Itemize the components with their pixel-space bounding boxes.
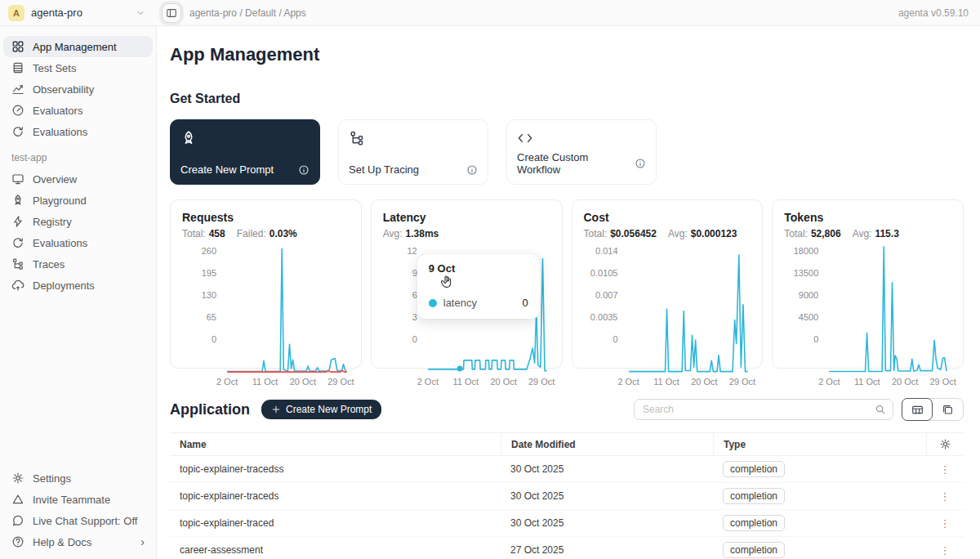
gauge-icon bbox=[11, 104, 24, 117]
sidebar-item-evaluations[interactable]: Evaluations bbox=[3, 121, 153, 142]
gear-icon bbox=[11, 472, 24, 485]
search-input[interactable] bbox=[643, 404, 875, 415]
metric-title: Tokens bbox=[784, 211, 951, 224]
workspace-selector[interactable]: A agenta-pro bbox=[0, 5, 157, 21]
info-icon[interactable] bbox=[298, 164, 310, 176]
panel-left-icon bbox=[166, 7, 177, 19]
sidebar-item-label: Deployments bbox=[33, 280, 95, 292]
type-badge: completion bbox=[723, 461, 785, 477]
app-name: topic-explainer-traceds bbox=[170, 490, 501, 502]
metric-title: Latency bbox=[383, 211, 550, 224]
sidebar-section-label: test-app bbox=[3, 152, 153, 163]
plus-icon bbox=[271, 405, 281, 414]
tooltip-value: 0 bbox=[523, 297, 528, 309]
get-started-heading: Get Started bbox=[170, 92, 964, 106]
sidebar-item-playground[interactable]: Playground bbox=[3, 190, 153, 211]
gear-icon[interactable] bbox=[939, 438, 951, 450]
table-header: Name Date Modified Type bbox=[170, 433, 964, 456]
cloud-icon bbox=[11, 279, 24, 292]
chart-tooltip: 9 Oct latency 0 bbox=[417, 254, 540, 319]
rocket-icon bbox=[11, 194, 24, 207]
sidebar-item-help-docs[interactable]: Help & Docs › bbox=[3, 531, 153, 552]
sidebar-item-evaluations-app[interactable]: Evaluations bbox=[3, 232, 153, 253]
cost-card: Cost Total:$0.056452 Avg:$0.000123 0.014… bbox=[572, 199, 764, 369]
view-toggle bbox=[902, 398, 964, 421]
sidebar-item-overview[interactable]: Overview bbox=[3, 168, 153, 190]
sidebar-item-label: Invite Teammate bbox=[33, 494, 110, 506]
tree-icon bbox=[11, 257, 24, 271]
row-menu-button[interactable]: ⋮ bbox=[940, 518, 951, 529]
sidebar-item-label: Evaluations bbox=[33, 126, 87, 138]
info-icon[interactable] bbox=[466, 164, 478, 176]
create-new-prompt-button[interactable]: Create New Prompt bbox=[261, 400, 381, 419]
sidebar-item-deployments[interactable]: Deployments bbox=[3, 275, 153, 296]
topbar: A agenta-pro agenta-pro / Default / Apps… bbox=[0, 0, 980, 26]
row-menu-button[interactable]: ⋮ bbox=[940, 464, 951, 475]
row-menu-button[interactable]: ⋮ bbox=[940, 491, 951, 502]
table-icon bbox=[11, 61, 24, 74]
metric-cards: Requests Total:458 Failed:0.03% 26019513… bbox=[170, 199, 964, 369]
card-view-icon bbox=[942, 404, 954, 416]
table-row[interactable]: topic-explainer-tracedss 30 Oct 2025 com… bbox=[170, 456, 964, 483]
tooltip-date: 9 Oct bbox=[429, 262, 528, 275]
set-up-tracing-card[interactable]: Set Up Tracing bbox=[338, 119, 488, 185]
sidebar-item-evaluators[interactable]: Evaluators bbox=[3, 100, 153, 121]
rocket-icon bbox=[180, 130, 197, 146]
sidebar-item-app-management[interactable]: App Management bbox=[3, 36, 153, 57]
series-dot-icon bbox=[429, 299, 437, 307]
type-badge: completion bbox=[723, 515, 785, 531]
row-menu-button[interactable]: ⋮ bbox=[940, 545, 951, 556]
requests-chart[interactable]: 2601951306502 Oct11 Oct20 Oct29 Oct bbox=[182, 246, 350, 357]
app-name: topic-explainer-tracedss bbox=[170, 463, 501, 475]
app-date: 30 Oct 2025 bbox=[501, 463, 713, 475]
workspace-avatar: A bbox=[8, 5, 24, 21]
create-new-prompt-card[interactable]: Create New Prompt bbox=[170, 119, 320, 185]
create-button-label: Create New Prompt bbox=[286, 404, 372, 415]
sidebar-toggle-button[interactable] bbox=[162, 3, 181, 23]
metric-stats: Avg:1.38ms bbox=[383, 228, 550, 239]
chat-bubble-icon bbox=[11, 514, 24, 527]
sidebar-item-label: Settings bbox=[33, 472, 71, 485]
search-box bbox=[634, 399, 893, 420]
sidebar-item-label: Test Sets bbox=[33, 62, 76, 74]
type-badge: completion bbox=[723, 542, 785, 558]
sidebar-item-observability[interactable]: Observability bbox=[3, 78, 153, 100]
requests-card: Requests Total:458 Failed:0.03% 26019513… bbox=[170, 199, 362, 369]
sidebar-item-registry[interactable]: Registry bbox=[3, 211, 153, 232]
create-custom-workflow-card[interactable]: Create Custom Workflow bbox=[506, 119, 657, 185]
main-content: App Management Get Started Create New Pr… bbox=[157, 26, 980, 559]
table-view-button[interactable] bbox=[902, 398, 933, 421]
applications-table: Name Date Modified Type topic-explainer-… bbox=[170, 432, 964, 559]
sidebar-item-invite-teammate[interactable]: Invite Teammate bbox=[3, 489, 153, 510]
mouse-cursor-icon bbox=[439, 274, 455, 290]
tokens-card: Tokens Total:52,806 Avg:115.3 1800013500… bbox=[772, 199, 964, 369]
table-row[interactable]: topic-explainer-traceds 30 Oct 2025 comp… bbox=[170, 483, 964, 510]
metric-title: Cost bbox=[584, 211, 751, 224]
grid-icon bbox=[11, 40, 24, 53]
table-row[interactable]: topic-explainer-traced 30 Oct 2025 compl… bbox=[170, 510, 964, 537]
sidebar-item-test-sets[interactable]: Test Sets bbox=[3, 57, 153, 78]
header-type: Type bbox=[713, 433, 926, 455]
sidebar-item-settings[interactable]: Settings bbox=[3, 467, 153, 489]
sidebar-item-label: Registry bbox=[33, 216, 72, 228]
chart-line-icon bbox=[11, 83, 24, 96]
metric-stats: Total:52,806 Avg:115.3 bbox=[784, 228, 951, 239]
search-icon[interactable] bbox=[875, 404, 886, 415]
table-row[interactable]: career-assessment 27 Oct 2025 completion… bbox=[170, 537, 964, 559]
app-root: A agenta-pro agenta-pro / Default / Apps… bbox=[0, 0, 980, 559]
cost-chart[interactable]: 0.0140.01050.0070.003502 Oct11 Oct20 Oct… bbox=[584, 246, 751, 357]
sidebar-item-live-chat[interactable]: Live Chat Support: Off bbox=[3, 510, 153, 531]
sidebar-item-label: Traces bbox=[33, 258, 65, 271]
refresh-icon bbox=[11, 125, 24, 138]
card-view-button[interactable] bbox=[932, 399, 963, 420]
info-icon[interactable] bbox=[635, 158, 646, 169]
sidebar-item-traces[interactable]: Traces bbox=[3, 253, 153, 275]
card-label: Create Custom Workflow bbox=[517, 151, 635, 176]
latency-card: Latency Avg:1.38ms 1296302 Oct11 Oct20 O… bbox=[371, 199, 563, 369]
tokens-chart[interactable]: 18000135009000450002 Oct11 Oct20 Oct29 O… bbox=[784, 246, 951, 357]
card-label: Set Up Tracing bbox=[349, 163, 419, 176]
chevron-down-icon bbox=[136, 8, 145, 18]
sidebar-item-label: Live Chat Support: Off bbox=[33, 515, 137, 527]
app-date: 27 Oct 2025 bbox=[501, 544, 713, 556]
type-badge: completion bbox=[723, 488, 785, 504]
